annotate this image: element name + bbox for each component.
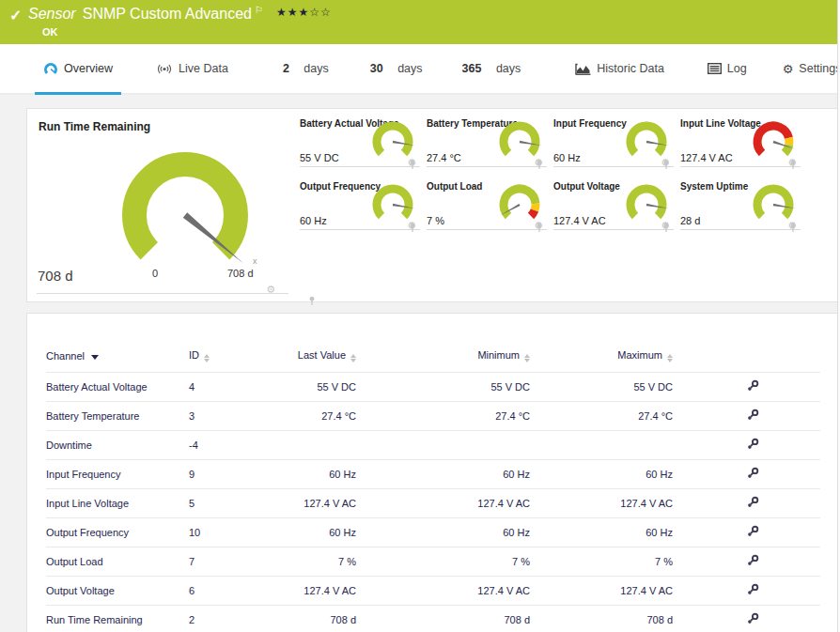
gauge-tile-actions: ⚙ (534, 221, 546, 231)
tab-bar: OverviewLive Data2 days30 days365 daysHi… (0, 44, 840, 95)
flag-icon[interactable]: ⚐ (255, 5, 263, 15)
table-row[interactable]: Battery Actual Voltage 4 55 V DC 55 V DC… (46, 373, 820, 402)
page-title: SNMP Custom Advanced (83, 6, 252, 22)
channel-name-cell[interactable]: Run Time Remaining (46, 606, 189, 632)
broadcast-icon (156, 63, 173, 75)
table-row[interactable]: Input Line Voltage 5 127.4 V AC 127.4 V … (46, 489, 820, 518)
tab-overview[interactable]: Overview (43, 44, 113, 93)
table-row[interactable]: Output Load 7 7 % 7 % 7 % (46, 547, 820, 577)
column-header-last-value[interactable]: Last Value (243, 349, 356, 373)
column-header-maximum[interactable]: Maximum (530, 349, 673, 373)
last-value-cell: 55 V DC (243, 373, 356, 402)
table-row[interactable]: Output Frequency 10 60 Hz 60 Hz 60 Hz (46, 518, 820, 547)
gauge-tile-output-load: Output Load 7 % ⚙ (427, 179, 547, 230)
star-filled-icon[interactable]: ★ (276, 6, 288, 19)
gauge-tile-run-time-remaining: Run Time Remaining 0 708 d x 708 d ⚙ (30, 112, 295, 297)
table-row[interactable]: Battery Temperature 3 27.4 °C 27.4 °C 27… (46, 402, 820, 431)
tab-label: Historic Data (597, 62, 664, 75)
table-row[interactable]: Output Voltage 6 127.4 V AC 127.4 V AC 1… (46, 577, 820, 606)
tab-settings[interactable]: ⚙Settings (783, 44, 840, 93)
tab-2-days[interactable]: 2 days (283, 44, 329, 93)
gauge-tile-actions: ⚙ (534, 158, 546, 168)
channel-actions-cell (673, 606, 820, 632)
gauge-icon (43, 62, 58, 75)
channel-name-cell[interactable]: Output Frequency (46, 518, 189, 547)
channel-name-cell[interactable]: Input Line Voltage (46, 489, 189, 518)
minimum-cell: 60 Hz (356, 518, 530, 547)
gauge-tile-output-voltage: Output Voltage 127.4 V AC ⚙ (553, 179, 674, 230)
last-value-cell: 60 Hz (243, 460, 356, 489)
gauge-scale-min: 0 (152, 268, 158, 279)
sort-icon (524, 354, 530, 362)
gauge-tile-system-uptime: System Uptime 28 d ⚙ (680, 179, 801, 230)
maximum-cell: 127.4 V AC (530, 489, 673, 518)
column-header-id[interactable]: ID (189, 349, 243, 373)
maximum-cell: 60 Hz (530, 460, 673, 489)
edit-channel-wrench-icon[interactable] (746, 525, 759, 538)
status-badge: OK (42, 26, 58, 38)
channel-actions-cell (673, 577, 820, 606)
edit-channel-wrench-icon[interactable] (746, 379, 759, 393)
edit-channel-wrench-icon[interactable] (746, 496, 759, 509)
column-label: ID (189, 349, 199, 361)
minimum-cell: 127.4 V AC (356, 577, 530, 606)
gauge-title: Input Frequency (553, 118, 627, 129)
edit-channel-wrench-icon[interactable] (746, 583, 759, 596)
star-filled-icon[interactable]: ★ (288, 6, 299, 19)
star-filled-icon[interactable]: ★ (298, 6, 309, 19)
channel-name-cell[interactable]: Output Load (46, 547, 189, 577)
gear-icon[interactable]: ⚙ (266, 285, 275, 295)
gauge-value: 127.4 V AC (553, 215, 606, 226)
tab-label: Log (727, 62, 747, 75)
tab-label: days (496, 62, 521, 75)
gauge-value: 55 V DC (300, 152, 339, 163)
gauge-value: 127.4 V AC (680, 152, 733, 163)
channel-name-cell[interactable]: Battery Actual Voltage (46, 373, 189, 402)
channel-name-cell[interactable]: Input Frequency (46, 460, 189, 489)
object-type-label: Sensor (28, 6, 76, 22)
tab-log[interactable]: Log (708, 44, 747, 93)
channel-id-cell: 9 (189, 460, 243, 489)
last-value-cell: 127.4 V AC (243, 489, 356, 518)
tab-30-days[interactable]: 30 days (370, 44, 423, 93)
priority-stars[interactable]: ★★★☆☆ (276, 6, 332, 19)
edit-channel-wrench-icon[interactable] (746, 408, 759, 422)
tab-label: Settings (799, 62, 840, 75)
gauge-scale-max: 708 d (227, 268, 254, 279)
gauge-tile-actions: ⚙ (407, 221, 419, 231)
tab-live-data[interactable]: Live Data (156, 44, 228, 93)
maximum-cell: 60 Hz (530, 518, 673, 547)
star-empty-icon[interactable]: ☆ (309, 6, 320, 19)
tab-number: 2 (283, 62, 289, 75)
gauge-tip-marker: x (253, 256, 257, 266)
channel-actions-cell (673, 547, 820, 577)
table-row[interactable]: Downtime -4 (46, 431, 820, 460)
column-header-minimum[interactable]: Minimum (356, 349, 530, 373)
minimum-cell (356, 431, 530, 460)
channel-actions-cell (673, 518, 820, 547)
table-row[interactable]: Run Time Remaining 2 708 d 708 d 708 d (46, 606, 820, 632)
channel-actions-cell (673, 431, 820, 460)
channel-id-cell: 4 (189, 373, 243, 402)
column-header-channel[interactable]: Channel (46, 349, 189, 373)
tab-365-days[interactable]: 365 days (462, 44, 521, 93)
channel-actions-cell (673, 460, 820, 489)
edit-channel-wrench-icon[interactable] (746, 438, 759, 451)
channel-actions-cell (673, 402, 820, 431)
channel-name-cell[interactable]: Battery Temperature (46, 402, 189, 431)
tab-historic-data[interactable]: Historic Data (575, 44, 664, 93)
edit-channel-wrench-icon[interactable] (746, 612, 759, 625)
sort-icon (350, 354, 356, 362)
channel-name-cell[interactable]: Downtime (46, 431, 189, 460)
table-row[interactable]: Input Frequency 9 60 Hz 60 Hz 60 Hz (46, 460, 820, 489)
star-empty-icon[interactable]: ☆ (320, 6, 332, 19)
minimum-cell: 27.4 °C (356, 402, 530, 431)
minimum-cell: 7 % (356, 547, 530, 577)
last-value-cell: 27.4 °C (243, 402, 356, 431)
prtg-sensor-page: ✓ SensorSNMP Custom Advanced⚐★★★☆☆ OK Ov… (0, 0, 840, 632)
edit-channel-wrench-icon[interactable] (746, 467, 759, 480)
channel-name-cell[interactable]: Output Voltage (46, 577, 189, 606)
channel-id-cell: -4 (189, 431, 243, 460)
column-header-actions (673, 349, 820, 373)
edit-channel-wrench-icon[interactable] (746, 554, 759, 567)
